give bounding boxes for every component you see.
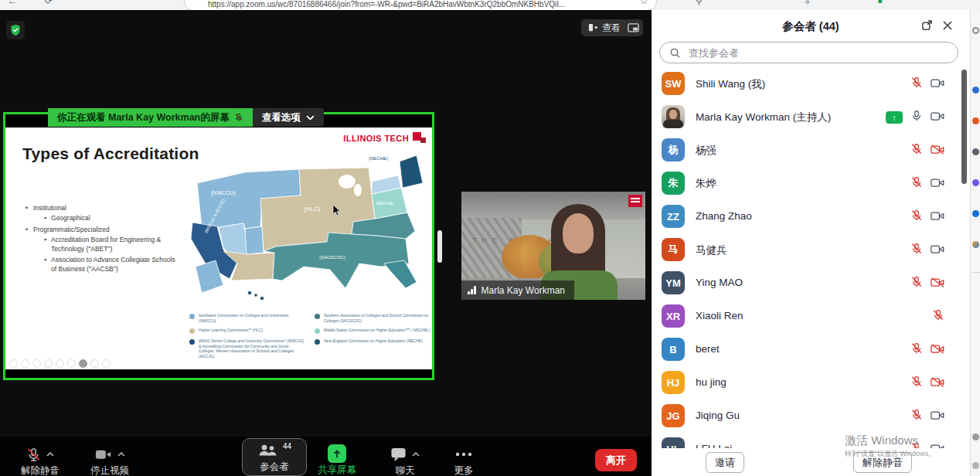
legend-dot (189, 314, 195, 319)
slideshow-control-icon[interactable] (56, 359, 64, 368)
sidebar-app-icon-2[interactable] (972, 117, 979, 124)
participant-row[interactable]: HJhu jing (652, 366, 961, 400)
participant-row[interactable]: YMYing MAO (652, 267, 961, 300)
participant-status-icons (910, 209, 944, 225)
footer-unmute-button[interactable]: 解除静音 (853, 452, 912, 473)
participant-status-icons (910, 243, 944, 258)
legend-item: Higher Learning Commission** (HLC) (189, 328, 305, 334)
participant-row[interactable]: 朱朱烨 (652, 167, 961, 200)
picture-in-picture-button[interactable] (623, 19, 643, 36)
mic-status-icon (932, 309, 944, 325)
stop-video-button[interactable]: 停止视频 (80, 445, 139, 476)
slideshow-control-icon[interactable] (102, 359, 111, 368)
participant-name: 杨强 (696, 144, 716, 158)
illinois-tech-logo: ILLINOIS TECH (343, 134, 409, 143)
participant-row[interactable]: Bberet (652, 333, 961, 366)
unmute-button[interactable]: 解除静音 (11, 445, 70, 476)
mic-status-icon (910, 176, 923, 192)
participant-avatar: 朱 (662, 172, 685, 195)
meeting-main-stage: 查看 你正在观看 Marla Kay Workman的屏幕 查看选项 ILLIN… (0, 10, 652, 476)
leave-meeting-button[interactable]: 离开 (595, 449, 637, 471)
map-label-neche: (NECHE) (369, 156, 388, 161)
camera-status-icon (931, 343, 944, 357)
browser-extension-icon[interactable]: ⚲ (696, 0, 703, 6)
speaker-video-thumbnail[interactable]: THE ED KAPLAN Marla Kay Workman (461, 192, 645, 300)
browser-reload-icon[interactable]: ⟳ (45, 0, 53, 6)
chat-button[interactable]: 聊天 (380, 445, 430, 476)
participant-row[interactable]: 马马健兵 (652, 233, 961, 267)
slideshow-control-icon[interactable] (21, 359, 29, 368)
camera-status-icon (931, 210, 944, 224)
page-url: https://app.zoom.us/wc/87016886466/join?… (208, 0, 565, 8)
browser-back-icon[interactable]: ← (8, 0, 17, 6)
legend-text: WASC Senior College and University Commi… (199, 338, 305, 359)
browser-sidebar (970, 10, 980, 476)
share-screen-button[interactable]: 共享屏幕 (314, 444, 360, 476)
share-screen-label: 共享屏幕 (318, 464, 356, 476)
browser-address-bar[interactable]: https://app.zoom.us/wc/87016886466/join?… (184, 0, 657, 10)
participant-search-box[interactable] (659, 42, 958, 63)
participant-row[interactable]: JGJiqing Gu (652, 400, 961, 433)
sidebar-tool-icon[interactable] (972, 462, 979, 469)
view-button[interactable]: 查看 (581, 19, 628, 36)
map-label-sacscoc: (SACSCOC) (319, 255, 345, 260)
sidebar-app-icon-4[interactable] (972, 179, 979, 186)
participant-row[interactable]: Marla Kay Workman (主持人)↑ (652, 100, 961, 134)
camera-status-icon (931, 376, 944, 390)
mic-options-chevron-icon[interactable] (46, 452, 54, 457)
panel-resize-handle[interactable] (437, 230, 442, 263)
camera-status-icon (931, 410, 944, 423)
invite-button[interactable]: 邀请 (706, 452, 744, 473)
participants-icon (257, 444, 277, 457)
participant-name: 马健兵 (696, 243, 727, 257)
bullet-marker: • (26, 203, 28, 212)
security-shield-icon[interactable] (6, 21, 25, 39)
participant-name: Marla Kay Workman (主持人) (696, 110, 831, 124)
slideshow-control-icon[interactable] (9, 359, 18, 368)
search-input[interactable] (687, 46, 948, 60)
popout-panel-icon[interactable] (921, 19, 933, 34)
browser-profile-badge-icon[interactable]: ● (877, 0, 883, 6)
sidebar-copilot-icon[interactable] (972, 27, 979, 34)
participants-scrollbar[interactable] (961, 70, 967, 184)
sidebar-settings-icon[interactable] (972, 434, 979, 440)
participant-avatar: YM (662, 271, 685, 294)
legend-dot (315, 328, 320, 334)
legend-dot (315, 314, 320, 319)
participant-status-icons (910, 176, 944, 192)
sidebar-app-icon-5[interactable] (972, 210, 979, 217)
stop-video-label: 停止视频 (90, 464, 129, 476)
legend-item: Middle States Commission on Higher Educa… (315, 328, 430, 334)
browser-downloads-icon[interactable]: ⇩ (804, 0, 812, 6)
slideshow-control-icon[interactable] (67, 359, 76, 368)
slideshow-control-icon[interactable] (32, 359, 41, 368)
participant-row[interactable]: 杨杨强 (652, 134, 961, 167)
participant-row[interactable]: ZZZhang Zhao (652, 200, 961, 233)
participant-avatar: JG (662, 404, 685, 427)
more-button[interactable]: 更多 (439, 445, 488, 476)
browser-bookmark-icon[interactable]: ☆ (640, 0, 648, 6)
slideshow-control-icon[interactable] (90, 359, 99, 368)
participant-photo-avatar (662, 105, 685, 128)
participant-row[interactable]: SWShili Wang (我) (652, 67, 961, 100)
watching-screen-banner: 你正在观看 Marla Kay Workman的屏幕 (48, 108, 253, 127)
chat-options-chevron-icon[interactable] (412, 452, 420, 457)
close-panel-icon[interactable] (942, 20, 953, 34)
participant-row[interactable]: XRXiaoli Ren (652, 300, 961, 333)
sidebar-app-icon-6[interactable] (972, 241, 979, 248)
view-options-button[interactable]: 查看选项 (253, 108, 324, 127)
participant-name: Xiaoli Ren (696, 310, 744, 321)
map-label-hlc: (HLC) (304, 206, 321, 212)
mic-status-icon (910, 209, 923, 225)
slideshow-control-icon[interactable] (79, 359, 87, 368)
participant-avatar: SW (662, 72, 685, 95)
mic-status-icon (910, 243, 923, 258)
slide-title: Types of Accreditation (22, 144, 199, 163)
zoom-meeting-window: 查看 你正在观看 Marla Kay Workman的屏幕 查看选项 ILLIN… (0, 10, 980, 476)
slideshow-control-icon[interactable] (44, 359, 53, 368)
sidebar-app-icon-3[interactable] (972, 148, 979, 155)
sidebar-app-icon-1[interactable] (972, 87, 979, 94)
bullet-text: Programmatic/Specialized (33, 225, 110, 234)
video-options-chevron-icon[interactable] (117, 452, 125, 457)
participants-button[interactable]: 44 参会者 (242, 438, 307, 476)
